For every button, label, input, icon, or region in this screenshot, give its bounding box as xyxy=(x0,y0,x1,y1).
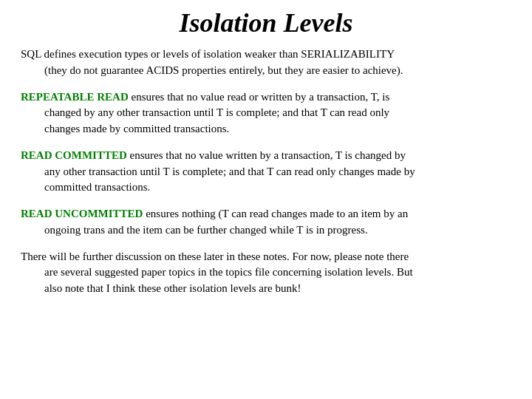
footer-line1: There will be further discussion on thes… xyxy=(21,250,409,262)
read-committed-section: READ COMMITTED ensures that no value wri… xyxy=(21,148,511,196)
read-committed-body: ensures that no value written by a trans… xyxy=(130,149,406,161)
read-committed-body3: committed transactions. xyxy=(21,180,150,196)
read-committed-term: READ COMMITTED xyxy=(21,149,127,161)
footer-line3: also note that I think these other isola… xyxy=(21,281,301,297)
main-page: Isolation Levels SQL defines execution t… xyxy=(0,0,532,399)
repeatable-read-body: ensures that no value read or written by… xyxy=(131,91,389,103)
repeatable-read-body3: changes made by committed transactions. xyxy=(21,121,229,137)
footer-line2: are several suggested paper topics in th… xyxy=(21,265,413,281)
repeatable-read-section: REPEATABLE READ ensures that no value re… xyxy=(21,89,511,137)
read-committed-body2: any other transaction until T is complet… xyxy=(21,164,415,180)
intro-block: SQL defines execution types or levels of… xyxy=(21,47,511,79)
repeatable-read-body2: changed by any other transaction until T… xyxy=(21,105,389,121)
repeatable-read-term: REPEATABLE READ xyxy=(21,91,129,103)
read-uncommitted-body2: ongoing trans and the item can be furthe… xyxy=(21,222,368,239)
read-uncommitted-body: ensures nothing (T can read changes made… xyxy=(146,208,408,219)
read-uncommitted-term: READ UNCOMMITTED xyxy=(21,208,143,219)
read-uncommitted-section: READ UNCOMMITTED ensures nothing (T can … xyxy=(21,206,511,239)
intro-line1: SQL defines execution types or levels of… xyxy=(21,48,395,60)
page-title: Isolation Levels xyxy=(21,7,511,39)
intro-line2: (they do not guarantee ACIDS properties … xyxy=(21,63,403,79)
footer-block: There will be further discussion on thes… xyxy=(21,249,511,297)
